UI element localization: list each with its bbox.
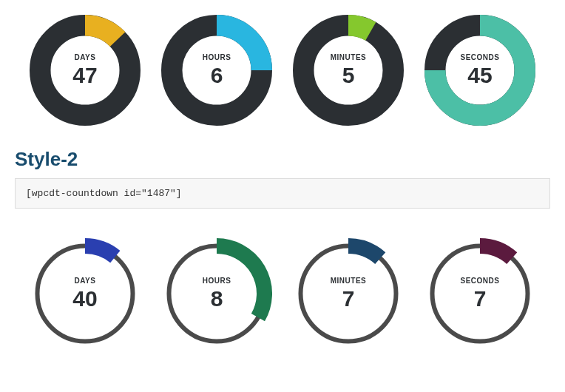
gauge2-seconds: SECONDS 7 [424,238,535,349]
gauge2-hours-ring [161,238,272,349]
gauge-days: DAYS 47 [30,15,141,126]
svg-point-7 [433,246,528,342]
svg-point-2 [303,25,393,115]
svg-point-6 [301,246,396,342]
gauge2-days-ring [30,238,141,349]
gauge2-days: DAYS 40 [30,238,141,349]
gauge2-minutes: MINUTES 7 [293,238,404,349]
gauge-days-ring [30,15,141,126]
gauge2-minutes-ring [293,238,404,349]
gauge2-hours: HOURS 8 [161,238,272,349]
gauge-seconds-ring [424,15,535,126]
gauge-minutes: MINUTES 5 [293,15,404,126]
countdown-style1-row: DAYS 47 HOURS 6 MINUTES 5 SECONDS 45 [15,15,550,126]
svg-point-4 [38,246,133,342]
gauge2-seconds-ring [424,238,535,349]
gauge-minutes-ring [293,15,404,126]
style2-heading: Style-2 [15,148,550,171]
gauge-hours-ring [161,15,272,126]
gauge-seconds: SECONDS 45 [424,15,535,126]
shortcode-box[interactable]: [wpcdt-countdown id="1487"] [15,178,550,209]
countdown-style2-row: DAYS 40 HOURS 8 MINUTES 7 SECONDS 7 [15,238,550,349]
gauge-hours: HOURS 6 [161,15,272,126]
